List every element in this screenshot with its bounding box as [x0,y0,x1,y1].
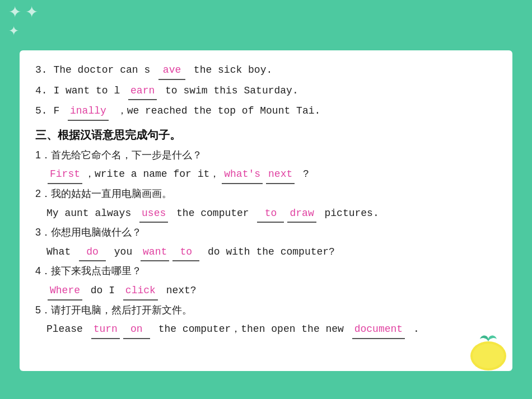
sentence-4: 4. I want to l earn to swim this Saturda… [35,82,497,101]
star-decoration: ✦ ✦✦ [8,3,38,39]
text-3-after: the sick boy. [188,62,272,79]
item-4-cn-text: 4．接下来我点击哪里？ [35,262,142,280]
blank-draw: draw [287,205,316,223]
blank-earn: earn [128,82,157,101]
item-3-text-b: you [108,243,138,261]
blank-ave: ave [158,62,185,80]
section-title: 三、根据汉语意思完成句子。 [35,129,181,141]
item-1-cn-text: 1．首先给它命个名，下一步是什么？ [35,147,202,164]
blank-to-draw1: to [257,205,284,223]
item-5-text-b: the computer，then open the new [152,321,350,338]
blank-to-do: to [172,243,199,262]
svg-point-1 [473,344,504,368]
blank-inally: inally [68,102,109,121]
blank-whats: what's [222,166,263,184]
item-3-cn: 3．你想用电脑做什么？ [35,224,497,241]
item-2-text-b: the computer [170,205,255,222]
text-4-before: 4. I want to l [35,82,126,100]
item-5-text-a: Please [46,321,89,338]
item-3-en: What do you want to do with the computer… [46,243,497,262]
blank-document: document [352,321,405,339]
item-2-text-a: My aunt always [46,205,137,222]
blank-uses: uses [139,205,168,223]
item-1-en: First ，write a name for it， what's next … [46,166,497,184]
item-3-text-c: do with the computer? [202,243,335,261]
sentence-3: 3. The doctor can s ave the sick boy. [35,62,497,80]
blank-where: Where [48,282,82,301]
item-5-cn-text: 5．请打开电脑，然后打开新文件。 [35,302,192,319]
text-4-after: to swim this Saturday. [159,82,298,100]
item-4-text-b: next? [160,282,197,299]
content-card: 3. The doctor can s ave the sick boy. 4.… [20,50,512,371]
item-5-en: Please turn on the computer，then open th… [46,321,497,339]
blank-click: click [123,282,158,301]
section-header: 三、根据汉语意思完成句子。 [35,125,497,144]
item-4-en: Where do I click next? [46,282,497,301]
text-5-after: ，we reached the top of Mount Tai. [111,102,320,120]
item-1-cn: 1．首先给它命个名，下一步是什么？ [35,147,497,164]
blank-first: First [48,166,82,184]
item-5-cn: 5．请打开电脑，然后打开新文件。 [35,302,497,319]
item-5-text-c: . [407,321,419,338]
lemon-decoration [466,329,511,374]
item-3: 3．你想用电脑做什么？ What do you want to do with … [35,224,497,261]
item-2: 2．我的姑姑一直用电脑画画。 My aunt always uses the c… [35,185,497,223]
blank-want: want [141,243,169,262]
item-5: 5．请打开电脑，然后打开新文件。 Please turn on the comp… [35,302,497,339]
text-3-before: 3. The doctor can s [35,62,156,79]
item-2-en: My aunt always uses the computer to draw… [46,205,497,223]
item-2-cn-text: 2．我的姑姑一直用电脑画画。 [35,185,172,203]
item-2-cn: 2．我的姑姑一直用电脑画画。 [35,185,497,203]
item-4: 4．接下来我点击哪里？ Where do I click next? [35,262,497,300]
blank-on: on [123,321,150,339]
item-1: 1．首先给它命个名，下一步是什么？ First ，write a name fo… [35,147,497,184]
blank-do: do [79,243,106,262]
blank-turn: turn [91,321,120,339]
item-1-text-b: ? [297,166,309,183]
item-1-text-a: ，write a name for it， [85,166,220,183]
item-3-text-a: What [46,243,77,261]
sentence-5: 5. F inally ，we reached the top of Mount… [35,102,497,121]
item-2-text-c: pictures. [319,205,379,222]
item-4-cn: 4．接下来我点击哪里？ [35,262,497,280]
item-4-text-a: do I [85,282,121,299]
blank-next: next [266,166,295,184]
item-3-cn-text: 3．你想用电脑做什么？ [35,224,142,241]
text-5-before: 5. F [35,102,66,120]
